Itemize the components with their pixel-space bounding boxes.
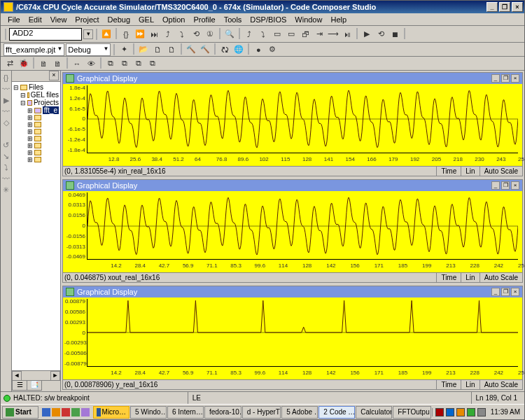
graph-max-button[interactable]: ❐ bbox=[501, 74, 510, 83]
graph-autoscale[interactable]: Auto Scale bbox=[479, 167, 522, 176]
toolbar2-button-0[interactable]: ✦ bbox=[118, 43, 130, 56]
menu-project[interactable]: Project bbox=[71, 15, 103, 24]
sidebar-close-icon[interactable]: × bbox=[49, 71, 59, 80]
graph-scale-mode[interactable]: Lin bbox=[461, 273, 479, 282]
tree-item[interactable]: ⊞fft_e bbox=[13, 106, 59, 114]
menu-file[interactable]: File bbox=[4, 15, 24, 24]
graph-titlebar[interactable]: Graphical Display_❐× bbox=[63, 286, 522, 298]
graph-close-button[interactable]: × bbox=[511, 181, 519, 190]
toolbar2-button-6[interactable]: 🔨 bbox=[185, 43, 197, 56]
tree-item[interactable]: ⊞ bbox=[13, 128, 59, 135]
tree-item[interactable]: ⊞ bbox=[13, 149, 59, 156]
taskbar-task[interactable]: Micro… bbox=[93, 406, 130, 419]
menu-help[interactable]: Help bbox=[326, 15, 351, 24]
toolbar3-button-9[interactable]: ⧉ bbox=[104, 57, 117, 70]
toolbar2-button-13[interactable]: ⚙ bbox=[266, 43, 279, 56]
menu-profile[interactable]: Profile bbox=[189, 15, 219, 24]
toolbar2-button-4[interactable]: 🗋 bbox=[165, 43, 178, 56]
maximize-button[interactable]: ❐ bbox=[499, 2, 510, 12]
sidestrip-icon-3[interactable]: 〰 bbox=[2, 107, 10, 115]
toolbar3-button-1[interactable]: 🐞‌ bbox=[18, 57, 30, 70]
toolbar3-button-0[interactable]: ⇄ bbox=[4, 57, 16, 70]
toolbar2-button-7[interactable]: 🔨 bbox=[199, 43, 211, 56]
graph-domain-mode[interactable]: Time bbox=[436, 273, 461, 282]
toolbar1-button-3[interactable]: ⏩ bbox=[134, 28, 146, 41]
toolbar2-button-12[interactable]: ● bbox=[252, 43, 265, 56]
menu-view[interactable]: View bbox=[46, 15, 71, 24]
sidestrip-icon-7[interactable]: ↘ bbox=[2, 152, 10, 160]
toolbar1-button-16[interactable]: 🗗 bbox=[299, 28, 312, 41]
tree-item[interactable]: ⊟GEL files bbox=[13, 91, 59, 99]
toolbar3-button-11[interactable]: ⧉ bbox=[132, 57, 145, 70]
toolbar3-button-6[interactable]: ↔ bbox=[71, 57, 83, 70]
close-button[interactable]: × bbox=[512, 2, 523, 12]
toolbar1-button-12[interactable]: ⤴ bbox=[243, 28, 255, 41]
menu-tools[interactable]: Tools bbox=[220, 15, 246, 24]
menu-dsp/bios[interactable]: DSP/BIOS bbox=[246, 15, 290, 24]
sidebar-hscroll[interactable]: ◄ ► bbox=[12, 370, 60, 380]
graph-max-button[interactable]: ❐ bbox=[501, 181, 510, 190]
sidestrip-icon-10[interactable]: ✳ bbox=[2, 186, 10, 194]
toolbar2-button-10[interactable]: 🌐 bbox=[232, 43, 245, 56]
toolbar1-button-18[interactable]: ⟶ bbox=[327, 28, 340, 41]
toolbar3-button-3[interactable]: 🗎 bbox=[37, 57, 50, 70]
sidestrip-icon-1[interactable]: 〰 bbox=[2, 85, 10, 93]
graph-autoscale[interactable]: Auto Scale bbox=[479, 380, 522, 389]
config-combo[interactable]: Debug bbox=[66, 43, 111, 56]
tree-item[interactable]: ⊞ bbox=[13, 121, 59, 128]
taskbar-task[interactable]: 6 Intern… bbox=[167, 406, 204, 419]
system-tray[interactable]: 11:39 AM bbox=[432, 408, 523, 416]
tree-item[interactable]: ⊟Projects bbox=[13, 99, 59, 106]
tray-icon[interactable] bbox=[456, 408, 465, 416]
toolbar2-button-2[interactable]: 📂 bbox=[137, 43, 150, 56]
tray-icon[interactable] bbox=[446, 408, 454, 416]
instruction-combo[interactable]: ADD2 bbox=[9, 28, 82, 41]
graph-plot[interactable]: 1.8e-41.2e-46.1e-50-6.1e-5-1.2e-4-1.8e-4… bbox=[63, 84, 522, 166]
toolbar1-button-7[interactable]: ⟲ bbox=[190, 28, 202, 41]
taskbar-task[interactable]: d - HyperT… bbox=[242, 406, 281, 419]
sidestrip-icon-8[interactable]: ⤵ bbox=[2, 163, 10, 172]
graph-plot[interactable]: 0.008790.005860.002930-0.00293-0.00586-0… bbox=[63, 298, 522, 379]
graph-scale-mode[interactable]: Lin bbox=[461, 380, 479, 389]
graph-scale-mode[interactable]: Lin bbox=[461, 167, 479, 176]
graph-min-button[interactable]: _ bbox=[491, 288, 500, 296]
toolbar1-button-15[interactable]: ▭ bbox=[285, 28, 298, 41]
toolbar1-button-13[interactable]: ⤵ bbox=[257, 28, 270, 41]
graph-titlebar[interactable]: Graphical Display_❐× bbox=[63, 180, 522, 191]
graph-autoscale[interactable]: Auto Scale bbox=[479, 273, 522, 282]
start-button[interactable]: Start bbox=[2, 406, 38, 419]
toolbar1-button-23[interactable]: ⏹ bbox=[388, 28, 401, 41]
graph-min-button[interactable]: _ bbox=[491, 74, 500, 83]
minimize-button[interactable]: _ bbox=[486, 2, 498, 12]
tray-icon[interactable] bbox=[467, 408, 475, 416]
menu-window[interactable]: Window bbox=[290, 15, 326, 24]
tree-item[interactable]: ⊞ bbox=[13, 142, 59, 149]
graph-close-button[interactable]: × bbox=[511, 74, 519, 83]
sidestrip-icon-4[interactable]: ◇ bbox=[2, 118, 10, 127]
tree-item[interactable]: ⊟Files bbox=[13, 83, 59, 91]
graph-domain-mode[interactable]: Time bbox=[436, 167, 461, 176]
taskbar-task[interactable]: FFTOutpu… bbox=[393, 406, 430, 419]
tray-icon[interactable] bbox=[435, 408, 444, 416]
project-combo[interactable]: fft_example.pjt bbox=[4, 43, 64, 56]
sidebar-tabs[interactable]: ☰📑 bbox=[12, 380, 60, 391]
toolbar1-button-8[interactable]: ① bbox=[204, 28, 216, 41]
menu-gel[interactable]: GEL bbox=[134, 15, 158, 24]
quick-launch[interactable] bbox=[39, 408, 92, 416]
sidestrip-icon-6[interactable]: ↺ bbox=[2, 141, 10, 149]
sidestrip-icon-0[interactable]: {} bbox=[2, 74, 10, 82]
sidestrip-icon-9[interactable]: 〰 bbox=[2, 174, 10, 183]
graph-close-button[interactable]: × bbox=[511, 288, 519, 296]
toolbar1-button-4[interactable]: ⏭ bbox=[148, 28, 160, 41]
graph-titlebar[interactable]: Graphical Display_❐× bbox=[63, 73, 522, 84]
project-tree[interactable]: ⊟Files⊟GEL files⊟Projects⊞fft_e⊞⊞⊞⊞⊞⊞⊞ bbox=[12, 82, 60, 370]
toolbar3-button-4[interactable]: 🗎 bbox=[51, 57, 64, 70]
toolbar1-button-21[interactable]: ▶ bbox=[360, 28, 373, 41]
toolbar1-button-14[interactable]: ▭ bbox=[271, 28, 284, 41]
toolbar1-button-10[interactable]: 🔍 bbox=[223, 28, 236, 41]
toolbar1-button-5[interactable]: ⤴ bbox=[162, 28, 174, 41]
taskbar-task[interactable]: 5 Windo… bbox=[130, 406, 167, 419]
toolbar3-button-12[interactable]: ⧉ bbox=[146, 57, 159, 70]
graph-domain-mode[interactable]: Time bbox=[436, 380, 461, 389]
tree-item[interactable]: ⊞ bbox=[13, 135, 59, 142]
